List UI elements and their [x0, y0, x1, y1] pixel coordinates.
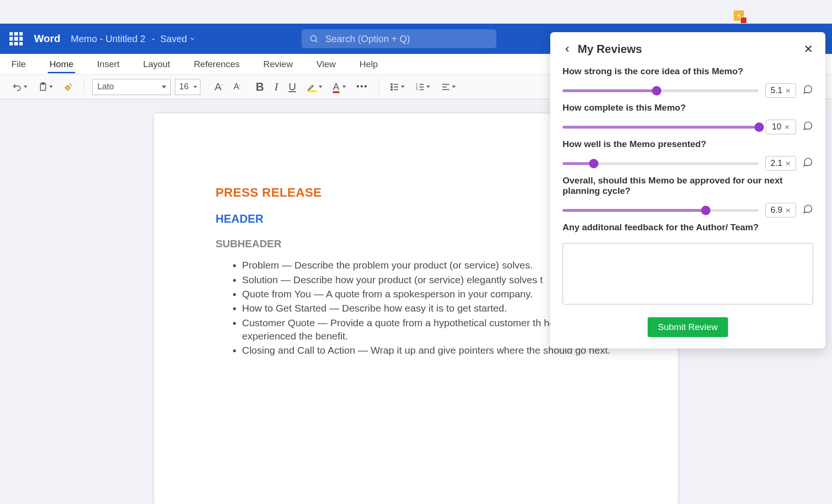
app-name: Word — [34, 33, 61, 45]
italic-button[interactable]: I — [271, 78, 281, 95]
score-box[interactable]: 5.1✕ — [765, 83, 796, 98]
slider-thumb[interactable] — [652, 86, 661, 96]
slider-thumb[interactable] — [754, 122, 764, 132]
score-box[interactable]: 10✕ — [766, 120, 796, 134]
font-name-select[interactable]: Lato — [92, 79, 171, 95]
clear-score-icon[interactable]: ✕ — [785, 207, 791, 214]
back-icon[interactable] — [563, 44, 572, 54]
tab-help[interactable]: Help — [357, 55, 380, 73]
review-question-label: How well is the Memo presented? — [563, 139, 813, 149]
numbered-list-button[interactable]: 123 — [412, 80, 433, 94]
font-size-select[interactable]: 16 — [175, 79, 200, 95]
format-painter-button[interactable] — [61, 80, 77, 94]
review-slider[interactable] — [563, 126, 759, 129]
decrease-font-button[interactable]: Aˇ — [231, 80, 243, 94]
feedback-textarea[interactable] — [563, 243, 813, 304]
clear-score-icon[interactable]: ✕ — [784, 123, 790, 131]
my-reviews-panel: My Reviews ✕ How strong is the core idea… — [550, 32, 825, 348]
align-button[interactable] — [438, 80, 459, 94]
slider-thumb[interactable] — [589, 159, 598, 168]
feedback-label: Any additonal feedback for the Author/ T… — [563, 222, 813, 233]
tab-file[interactable]: File — [9, 55, 28, 73]
search-input[interactable]: Search (Option + Q) — [302, 29, 496, 48]
bullet-list-button[interactable] — [387, 80, 407, 94]
save-status[interactable]: - Saved — [149, 34, 196, 44]
highlight-button[interactable] — [303, 80, 325, 94]
submit-review-button[interactable]: Submit Review — [648, 317, 728, 337]
panel-title: My Reviews — [578, 43, 804, 56]
svg-point-4 — [391, 84, 392, 85]
comment-icon[interactable] — [803, 204, 813, 217]
comment-icon[interactable] — [803, 84, 813, 97]
bold-button[interactable]: B — [253, 78, 267, 96]
svg-point-8 — [391, 89, 392, 90]
score-box[interactable]: 6.9✕ — [765, 203, 796, 217]
more-formatting-button[interactable]: ••• — [354, 80, 371, 94]
app-launcher-icon[interactable] — [9, 32, 23, 45]
svg-line-1 — [316, 41, 318, 43]
tab-layout[interactable]: Layout — [141, 55, 172, 73]
close-icon[interactable]: ✕ — [804, 43, 813, 56]
svg-point-6 — [391, 86, 392, 87]
review-question-label: How strong is the core idea of this Memo… — [563, 66, 813, 77]
underline-button[interactable]: U — [286, 79, 299, 95]
review-question-label: How complete is this Memo? — [563, 103, 813, 113]
review-question-label: Overall, should this Memo be approved fo… — [563, 175, 813, 196]
tab-view[interactable]: View — [314, 55, 338, 73]
review-slider[interactable] — [563, 209, 759, 212]
comment-icon[interactable] — [803, 121, 813, 133]
clear-score-icon[interactable]: ✕ — [785, 160, 791, 167]
score-box[interactable]: 2.1✕ — [765, 156, 796, 171]
score-value: 10 — [772, 122, 781, 132]
tab-review[interactable]: Review — [261, 55, 295, 73]
tab-insert[interactable]: Insert — [95, 55, 121, 73]
slider-thumb[interactable] — [701, 206, 711, 215]
paste-button[interactable] — [35, 80, 56, 94]
svg-text:3: 3 — [416, 87, 417, 91]
comment-icon[interactable] — [803, 157, 813, 170]
increase-font-button[interactable]: Aˆ — [212, 79, 226, 95]
font-color-button[interactable]: A — [330, 79, 348, 94]
tab-home[interactable]: Home — [48, 55, 76, 73]
score-value: 2.1 — [771, 158, 782, 168]
review-slider[interactable] — [563, 162, 759, 165]
undo-button[interactable] — [9, 80, 30, 94]
notification-badge-icon[interactable] — [734, 10, 744, 21]
score-value: 5.1 — [771, 86, 782, 96]
document-title[interactable]: Memo - Untitled 2 — [71, 34, 146, 44]
search-placeholder: Search (Option + Q) — [325, 34, 410, 44]
review-slider[interactable] — [563, 89, 759, 92]
svg-point-0 — [311, 35, 316, 41]
tab-references[interactable]: References — [192, 55, 242, 73]
score-value: 6.9 — [771, 205, 782, 215]
clear-score-icon[interactable]: ✕ — [785, 87, 791, 95]
